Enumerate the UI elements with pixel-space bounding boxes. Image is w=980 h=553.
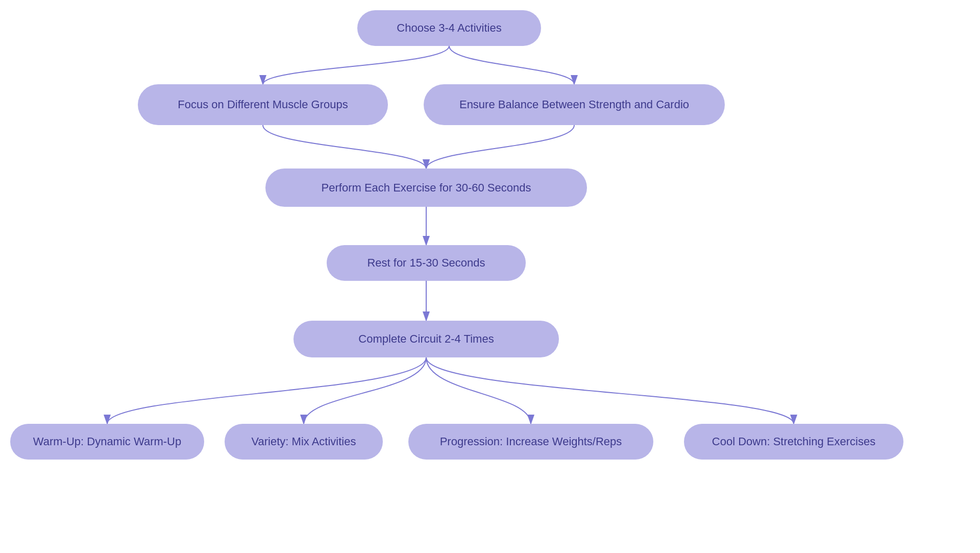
- node-circuit: Complete Circuit 2-4 Times: [293, 321, 559, 357]
- node-perform: Perform Each Exercise for 30-60 Seconds: [265, 169, 587, 207]
- node-muscle: Focus on Different Muscle Groups: [138, 84, 388, 125]
- node-cooldown: Cool Down: Stretching Exercises: [684, 424, 903, 460]
- node-rest: Rest for 15-30 Seconds: [327, 245, 526, 281]
- node-choose: Choose 3-4 Activities: [357, 10, 541, 46]
- node-warmup: Warm-Up: Dynamic Warm-Up: [10, 424, 204, 460]
- node-variety: Variety: Mix Activities: [225, 424, 383, 460]
- node-progression: Progression: Increase Weights/Reps: [408, 424, 653, 460]
- node-balance: Ensure Balance Between Strength and Card…: [424, 84, 725, 125]
- diagram-container: Choose 3-4 Activities Focus on Different…: [0, 0, 980, 553]
